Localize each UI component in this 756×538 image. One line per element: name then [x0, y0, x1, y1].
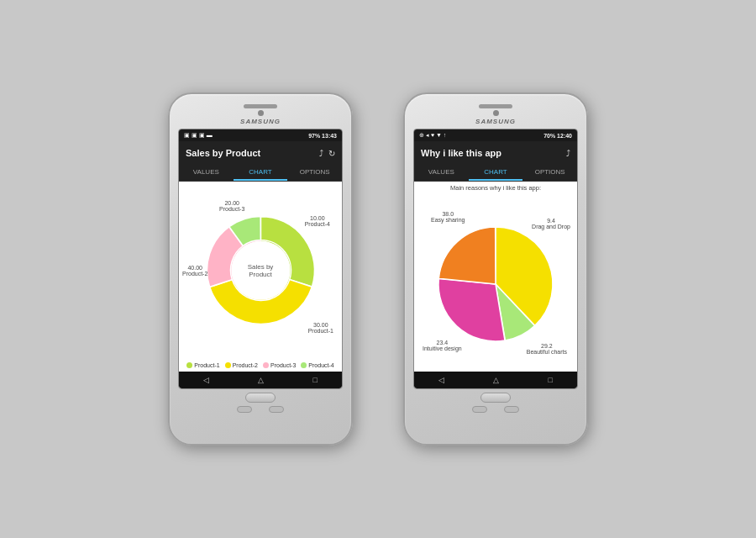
speaker-2	[479, 104, 512, 108]
tab-chart-2[interactable]: CHART	[469, 165, 523, 181]
phone-bottom-1	[175, 389, 346, 413]
status-time-2: 70% 12:40	[543, 133, 572, 139]
app-title-2: Why i like this app	[421, 148, 501, 158]
camera-1	[258, 110, 264, 116]
scene: SAMSUNG ▣ ▣ ▣ ▬ 97% 13:43 Sales by Produ…	[0, 0, 756, 538]
status-time-1: 97% 13:43	[308, 133, 337, 139]
home-button-2[interactable]	[480, 393, 511, 403]
tab-values-2[interactable]: VALUES	[414, 165, 469, 181]
legend-label-p3: Product-3	[270, 362, 296, 368]
home-btn-2[interactable]: △	[493, 376, 499, 384]
app-bar-2: Why i like this app ⤴	[414, 141, 577, 165]
legend-label-p4: Product-4	[308, 362, 333, 368]
tab-bar-2: VALUES CHART OPTIONS	[414, 165, 577, 182]
phone-1: SAMSUNG ▣ ▣ ▣ ▬ 97% 13:43 Sales by Produ…	[168, 92, 353, 446]
phone-2: SAMSUNG ⊕ ◂ ♥ ▼ ↑ 70% 12:40 Why i like t…	[403, 92, 588, 446]
nav-bar-2: ◁ △ □	[414, 372, 577, 388]
recent-btn-2[interactable]: □	[548, 376, 552, 384]
share-icon-2[interactable]: ⤴	[566, 149, 570, 158]
legend-1: Product-1 Product-2 Product-3 Product-4	[179, 359, 342, 372]
side-btn-right-1	[269, 406, 284, 413]
label-p2: 40.00Product-2	[182, 265, 207, 277]
screen-2: ⊕ ◂ ♥ ▼ ↑ 70% 12:40 Why i like this app …	[413, 129, 578, 389]
phone-1-top: SAMSUNG	[175, 101, 346, 129]
label-easy-sharing: 38.0Easy sharing	[431, 211, 465, 223]
side-btn-left-1	[237, 406, 252, 413]
status-icons-1: ▣ ▣ ▣ ▬	[184, 132, 213, 139]
tab-chart-1[interactable]: CHART	[234, 165, 288, 181]
legend-dot-p3	[263, 362, 269, 368]
bottom-row-1	[237, 406, 284, 413]
app-bar-1: Sales by Product ⤴ ↻	[179, 141, 342, 165]
tab-values-1[interactable]: VALUES	[179, 165, 234, 181]
legend-dot-p1	[186, 362, 192, 368]
phone-bottom-2	[410, 389, 581, 413]
subtitle-area: Main reasons why i like this app:	[414, 182, 577, 196]
legend-label-p1: Product-1	[194, 362, 219, 368]
tab-options-2[interactable]: OPTIONS	[522, 165, 577, 181]
legend-dot-p4	[301, 362, 307, 368]
legend-item-p4: Product-4	[301, 362, 333, 368]
side-btn-left-2	[472, 406, 487, 413]
label-p3: 20.00Product-3	[219, 200, 244, 212]
bottom-row-2	[472, 406, 519, 413]
brand-2: SAMSUNG	[475, 118, 516, 125]
phone-2-top: SAMSUNG	[410, 101, 581, 129]
label-beautiful-charts: 29.2Beautiful charts	[527, 343, 567, 355]
camera-2	[493, 110, 499, 116]
app-bar-icons-1: ⤴ ↻	[319, 149, 335, 158]
nav-bar-1: ◁ △ □	[179, 372, 342, 388]
tab-bar-1: VALUES CHART OPTIONS	[179, 165, 342, 182]
legend-item-p2: Product-2	[225, 362, 258, 368]
status-icons-2: ⊕ ◂ ♥ ▼ ↑	[419, 132, 446, 139]
tab-options-1[interactable]: OPTIONS	[287, 165, 342, 181]
label-drag-drop: 9.4Drag and Drop	[532, 218, 570, 229]
app-title-1: Sales by Product	[186, 148, 260, 158]
side-btn-right-2	[504, 406, 519, 413]
status-bar-1: ▣ ▣ ▣ ▬ 97% 13:43	[179, 129, 342, 141]
label-p1: 30.00Product-1	[308, 322, 333, 334]
chart-subtitle-2: Main reasons why i like this app:	[419, 184, 572, 192]
home-button-1[interactable]	[245, 393, 276, 403]
share-icon-1[interactable]: ⤴	[319, 149, 323, 158]
legend-item-p1: Product-1	[186, 362, 219, 368]
app-bar-icons-2: ⤴	[566, 149, 570, 158]
refresh-icon-1[interactable]: ↻	[328, 149, 335, 158]
back-btn-2[interactable]: ◁	[438, 376, 444, 384]
home-btn-1[interactable]: △	[258, 376, 264, 384]
label-intuitive-design: 23.4Intuitive design	[423, 340, 462, 351]
legend-dot-p2	[225, 362, 231, 368]
legend-item-p3: Product-3	[263, 362, 296, 368]
recent-btn-1[interactable]: □	[312, 376, 317, 384]
legend-label-p2: Product-2	[233, 362, 258, 368]
brand-1: SAMSUNG	[240, 118, 281, 125]
pie-chart-svg-2	[433, 222, 558, 346]
speaker-1	[244, 104, 277, 108]
back-btn-1[interactable]: ◁	[203, 376, 209, 384]
chart-area-1: Sales by Product 20.00Product-3 10.00Pro…	[179, 182, 342, 359]
label-p4: 10.00Product-4	[305, 215, 330, 227]
chart-area-2: 38.0Easy sharing 9.4Drag and Drop 29.2Be…	[414, 196, 577, 372]
status-bar-2: ⊕ ◂ ♥ ▼ ↑ 70% 12:40	[414, 129, 577, 141]
donut-center-label-1: Sales by Product	[235, 263, 286, 278]
screen-1: ▣ ▣ ▣ ▬ 97% 13:43 Sales by Product ⤴ ↻ V…	[178, 129, 343, 389]
